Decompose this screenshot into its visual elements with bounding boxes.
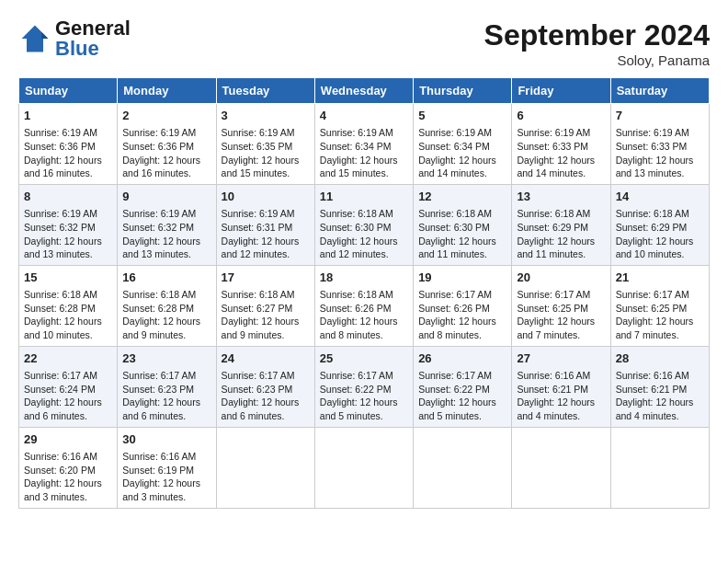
day-number: 18 bbox=[320, 270, 408, 286]
sunset-time: Sunset: 6:36 PM bbox=[122, 141, 194, 152]
day-number: 7 bbox=[616, 108, 704, 124]
sunset-time: Sunset: 6:24 PM bbox=[24, 384, 96, 395]
sunrise-time: Sunrise: 6:18 AM bbox=[320, 208, 393, 219]
sunrise-time: Sunrise: 6:17 AM bbox=[122, 370, 196, 381]
sunrise-time: Sunrise: 6:17 AM bbox=[517, 289, 590, 300]
calendar-cell: 4Sunrise: 6:19 AMSunset: 6:34 PMDaylight… bbox=[314, 104, 413, 185]
day-number: 4 bbox=[320, 108, 408, 124]
day-number: 25 bbox=[320, 350, 408, 367]
calendar-cell: 23Sunrise: 6:17 AMSunset: 6:23 PMDayligh… bbox=[118, 346, 216, 427]
daylight-hours: Daylight: 12 hours and 6 minutes. bbox=[24, 396, 102, 421]
sunset-time: Sunset: 6:32 PM bbox=[122, 222, 194, 233]
calendar-cell: 13Sunrise: 6:18 AMSunset: 6:29 PMDayligh… bbox=[512, 184, 610, 265]
sunrise-time: Sunrise: 6:19 AM bbox=[24, 208, 97, 219]
calendar-cell: 9Sunrise: 6:19 AMSunset: 6:32 PMDaylight… bbox=[118, 184, 216, 265]
sunrise-time: Sunrise: 6:16 AM bbox=[616, 370, 689, 381]
col-saturday: Saturday bbox=[610, 78, 709, 104]
calendar-cell bbox=[314, 427, 413, 508]
daylight-hours: Daylight: 12 hours and 8 minutes. bbox=[320, 316, 398, 340]
calendar-cell: 8Sunrise: 6:19 AMSunset: 6:32 PMDaylight… bbox=[19, 184, 118, 265]
daylight-hours: Daylight: 12 hours and 4 minutes. bbox=[616, 396, 694, 421]
title-block: September 2024 Soloy, Panama bbox=[484, 18, 710, 68]
sunset-time: Sunset: 6:29 PM bbox=[517, 222, 588, 233]
daylight-hours: Daylight: 12 hours and 4 minutes. bbox=[517, 396, 595, 421]
daylight-hours: Daylight: 12 hours and 14 minutes. bbox=[517, 155, 595, 179]
day-number: 27 bbox=[517, 350, 605, 367]
sunset-time: Sunset: 6:34 PM bbox=[418, 141, 490, 152]
day-number: 16 bbox=[122, 270, 210, 286]
calendar-cell bbox=[216, 427, 314, 508]
daylight-hours: Daylight: 12 hours and 15 minutes. bbox=[320, 155, 398, 179]
sunset-time: Sunset: 6:20 PM bbox=[24, 465, 96, 476]
sunrise-time: Sunrise: 6:16 AM bbox=[24, 451, 97, 462]
sunset-time: Sunset: 6:30 PM bbox=[320, 222, 392, 233]
day-number: 2 bbox=[122, 108, 210, 124]
day-number: 28 bbox=[616, 350, 704, 367]
daylight-hours: Daylight: 12 hours and 5 minutes. bbox=[320, 396, 398, 421]
day-number: 1 bbox=[24, 108, 112, 124]
daylight-hours: Daylight: 12 hours and 15 minutes. bbox=[222, 155, 300, 179]
day-number: 5 bbox=[418, 108, 506, 124]
sunrise-time: Sunrise: 6:19 AM bbox=[418, 127, 492, 138]
day-number: 26 bbox=[418, 350, 506, 367]
daylight-hours: Daylight: 12 hours and 12 minutes. bbox=[320, 236, 398, 260]
calendar-cell: 26Sunrise: 6:17 AMSunset: 6:22 PMDayligh… bbox=[414, 346, 512, 427]
calendar-body: 1Sunrise: 6:19 AMSunset: 6:36 PMDaylight… bbox=[19, 104, 710, 509]
sunset-time: Sunset: 6:32 PM bbox=[24, 222, 96, 233]
calendar-week-row: 22Sunrise: 6:17 AMSunset: 6:24 PMDayligh… bbox=[19, 346, 710, 427]
daylight-hours: Daylight: 12 hours and 5 minutes. bbox=[418, 396, 496, 421]
calendar-cell: 29Sunrise: 6:16 AMSunset: 6:20 PMDayligh… bbox=[19, 427, 118, 508]
col-monday: Monday bbox=[118, 78, 216, 104]
day-number: 8 bbox=[24, 189, 112, 205]
sunset-time: Sunset: 6:28 PM bbox=[24, 303, 96, 314]
sunset-time: Sunset: 6:34 PM bbox=[320, 141, 392, 152]
calendar-cell: 2Sunrise: 6:19 AMSunset: 6:36 PMDaylight… bbox=[118, 104, 216, 185]
sunset-time: Sunset: 6:23 PM bbox=[222, 384, 293, 395]
sunrise-time: Sunrise: 6:16 AM bbox=[122, 451, 196, 462]
day-number: 19 bbox=[418, 270, 506, 286]
calendar-week-row: 29Sunrise: 6:16 AMSunset: 6:20 PMDayligh… bbox=[19, 427, 710, 508]
calendar-cell: 3Sunrise: 6:19 AMSunset: 6:35 PMDaylight… bbox=[216, 104, 314, 185]
day-number: 22 bbox=[24, 350, 112, 367]
day-number: 24 bbox=[222, 350, 310, 367]
sunrise-time: Sunrise: 6:19 AM bbox=[222, 127, 295, 138]
page-header: General Blue September 2024 Soloy, Panam… bbox=[18, 18, 710, 68]
calendar-cell: 24Sunrise: 6:17 AMSunset: 6:23 PMDayligh… bbox=[216, 346, 314, 427]
calendar-cell: 21Sunrise: 6:17 AMSunset: 6:25 PMDayligh… bbox=[610, 265, 709, 346]
calendar-cell: 11Sunrise: 6:18 AMSunset: 6:30 PMDayligh… bbox=[314, 184, 413, 265]
sunset-time: Sunset: 6:22 PM bbox=[418, 384, 490, 395]
sunset-time: Sunset: 6:28 PM bbox=[122, 303, 194, 314]
sunrise-time: Sunrise: 6:19 AM bbox=[616, 127, 689, 138]
day-number: 30 bbox=[122, 431, 210, 448]
col-wednesday: Wednesday bbox=[314, 78, 413, 104]
sunset-time: Sunset: 6:25 PM bbox=[616, 303, 688, 314]
sunrise-time: Sunrise: 6:19 AM bbox=[24, 127, 97, 138]
logo-text: General Blue bbox=[55, 18, 131, 59]
calendar-cell: 18Sunrise: 6:18 AMSunset: 6:26 PMDayligh… bbox=[314, 265, 413, 346]
calendar-cell: 16Sunrise: 6:18 AMSunset: 6:28 PMDayligh… bbox=[118, 265, 216, 346]
day-number: 12 bbox=[418, 189, 506, 205]
day-number: 29 bbox=[24, 431, 112, 448]
sunset-time: Sunset: 6:30 PM bbox=[418, 222, 490, 233]
calendar-cell: 19Sunrise: 6:17 AMSunset: 6:26 PMDayligh… bbox=[414, 265, 512, 346]
day-number: 10 bbox=[222, 189, 310, 205]
sunrise-time: Sunrise: 6:18 AM bbox=[517, 208, 590, 219]
day-number: 11 bbox=[320, 189, 408, 205]
calendar-cell bbox=[512, 427, 610, 508]
sunset-time: Sunset: 6:22 PM bbox=[320, 384, 392, 395]
sunset-time: Sunset: 6:19 PM bbox=[122, 465, 194, 476]
calendar-cell: 25Sunrise: 6:17 AMSunset: 6:22 PMDayligh… bbox=[314, 346, 413, 427]
sunset-time: Sunset: 6:23 PM bbox=[122, 384, 194, 395]
logo: General Blue bbox=[18, 18, 131, 59]
daylight-hours: Daylight: 12 hours and 3 minutes. bbox=[24, 477, 102, 502]
daylight-hours: Daylight: 12 hours and 14 minutes. bbox=[418, 155, 496, 179]
daylight-hours: Daylight: 12 hours and 10 minutes. bbox=[616, 236, 694, 260]
daylight-hours: Daylight: 12 hours and 13 minutes. bbox=[616, 155, 694, 179]
daylight-hours: Daylight: 12 hours and 16 minutes. bbox=[24, 155, 102, 179]
daylight-hours: Daylight: 12 hours and 13 minutes. bbox=[24, 236, 102, 260]
day-number: 23 bbox=[122, 350, 210, 367]
day-number: 15 bbox=[24, 270, 112, 286]
calendar-cell bbox=[610, 427, 709, 508]
sunrise-time: Sunrise: 6:17 AM bbox=[418, 289, 492, 300]
calendar-week-row: 15Sunrise: 6:18 AMSunset: 6:28 PMDayligh… bbox=[19, 265, 710, 346]
